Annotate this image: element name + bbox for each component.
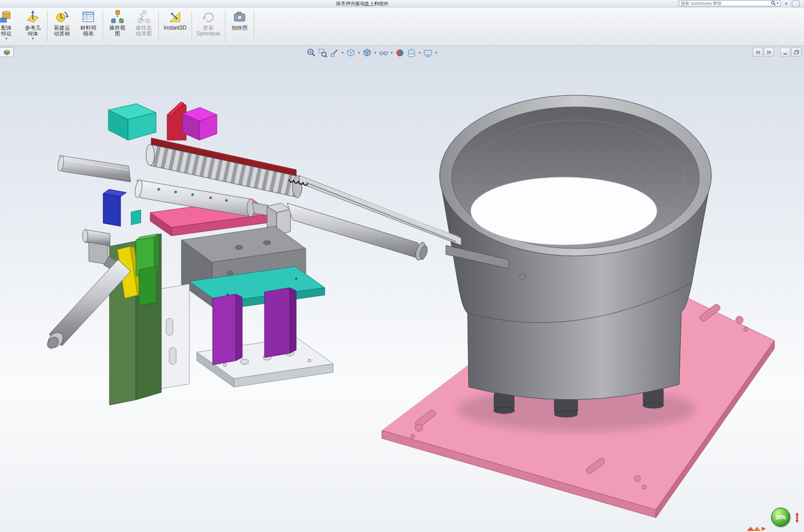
take-snapshot-button[interactable]: 拍快照: [226, 8, 253, 45]
apply-scene-icon: [407, 48, 416, 58]
titlebar-button[interactable]: [792, 1, 800, 7]
display-style-icon: [362, 48, 372, 58]
new-motion-study-button[interactable]: 新建运 动算例: [49, 8, 75, 45]
search-box[interactable]: ▾: [679, 0, 781, 6]
vibratory-bowl[interactable]: [440, 95, 711, 432]
assembly-document-icon: [4, 49, 10, 56]
apply-scene-dropdown-icon[interactable]: ▾: [418, 51, 422, 55]
chevron-left-icon: [755, 50, 761, 54]
dropdown-arrow-icon[interactable]: ▾: [5, 36, 7, 41]
ribbon-separator: [47, 11, 48, 42]
exploded-view-icon: [110, 10, 125, 24]
assembly-features-icon: [0, 10, 14, 24]
zoom-fit-button[interactable]: [306, 48, 316, 58]
command-manager-toolbar: 配体 特征 ▾ 参考几 何体 ▾ 新建运 动算例 材料明: [0, 7, 804, 46]
title-bar: 排齐拌升振动盘上料组件 ▾ ▾: [0, 0, 804, 7]
hide-show-items-button[interactable]: [378, 48, 389, 58]
zoom-fit-icon: [306, 48, 316, 58]
view-orientation-dropdown-icon[interactable]: ▾: [357, 51, 361, 55]
ribbon-separator: [158, 11, 159, 42]
dropdown-arrow-icon[interactable]: ▾: [32, 36, 34, 41]
bill-of-materials-button[interactable]: 材料明 细表: [75, 8, 102, 45]
new-motion-study-icon: [54, 10, 69, 24]
apply-scene-button[interactable]: [406, 48, 417, 58]
chevron-right-icon: [766, 50, 772, 54]
reference-geometry-icon: [25, 10, 40, 24]
assembly-features-button[interactable]: 配体 特征 ▾: [0, 8, 20, 45]
update-speedpak-button[interactable]: 更新 Speedpak: [193, 8, 224, 45]
zoom-area-button[interactable]: [317, 48, 328, 58]
bill-of-materials-icon: [81, 10, 96, 24]
view-orientation-icon: [346, 48, 355, 58]
pusher-cylinder[interactable]: [287, 203, 429, 261]
restore-button[interactable]: [791, 48, 801, 57]
search-dropdown-icon[interactable]: ▾: [776, 1, 779, 6]
zoom-level-badge: 30%: [771, 508, 790, 527]
instant3d-icon: [168, 10, 182, 24]
view-settings-dropdown-icon[interactable]: ▾: [434, 51, 438, 55]
view-settings-button[interactable]: [423, 48, 433, 58]
exploded-view-button[interactable]: 爆炸视 图: [104, 8, 131, 45]
scale-indicator-icon: [793, 512, 801, 526]
3d-model[interactable]: [0, 46, 804, 532]
toolbar-options-chevron-icon[interactable]: ▾: [785, 1, 787, 6]
viewport-window-buttons: [753, 48, 801, 57]
window-title: 排齐拌升振动盘上料组件: [0, 1, 725, 7]
collapse-right-button[interactable]: [764, 48, 774, 57]
hide-show-dropdown-icon[interactable]: ▾: [390, 51, 394, 55]
search-input[interactable]: [679, 0, 781, 6]
zoom-level-value: 30%: [775, 515, 786, 520]
section-view-button[interactable]: [329, 48, 340, 58]
minimize-button[interactable]: [780, 48, 790, 57]
instant3d-button[interactable]: Instant3D: [160, 8, 190, 45]
search-icon[interactable]: [771, 1, 776, 6]
featuremanager-tab[interactable]: [0, 47, 14, 57]
section-view-icon: [330, 48, 339, 58]
view-orientation-button[interactable]: [345, 48, 356, 58]
restore-icon: [794, 50, 799, 54]
collapse-left-button[interactable]: [753, 48, 763, 57]
graphics-area[interactable]: ▾ ▾ ▾: [0, 46, 804, 532]
take-snapshot-icon: [232, 10, 247, 24]
ribbon-separator: [191, 11, 192, 42]
ribbon-separator: [254, 11, 254, 42]
hide-show-items-icon: [379, 48, 388, 58]
reference-geometry-button[interactable]: 参考几 何体 ▾: [20, 8, 46, 45]
display-style-dropdown-icon[interactable]: ▾: [373, 51, 377, 55]
update-speedpak-icon: [201, 10, 216, 24]
edit-appearance-icon: [395, 48, 405, 58]
feeder-mechanism[interactable]: [45, 102, 333, 405]
display-style-button[interactable]: [362, 48, 372, 58]
explode-line-sketch-icon: [136, 10, 151, 24]
heads-up-view-toolbar: ▾ ▾ ▾: [306, 48, 438, 58]
edit-appearance-button[interactable]: [395, 48, 405, 58]
view-settings-icon: [423, 48, 433, 58]
explode-line-sketch-button[interactable]: 爆炸直 线草图: [131, 8, 157, 45]
ribbon-separator: [103, 11, 103, 42]
watermark-logo: [746, 524, 769, 532]
minimize-icon: [783, 50, 788, 54]
zoom-area-icon: [318, 48, 327, 58]
ribbon-separator: [225, 11, 225, 42]
section-dropdown-icon[interactable]: ▾: [341, 51, 344, 55]
